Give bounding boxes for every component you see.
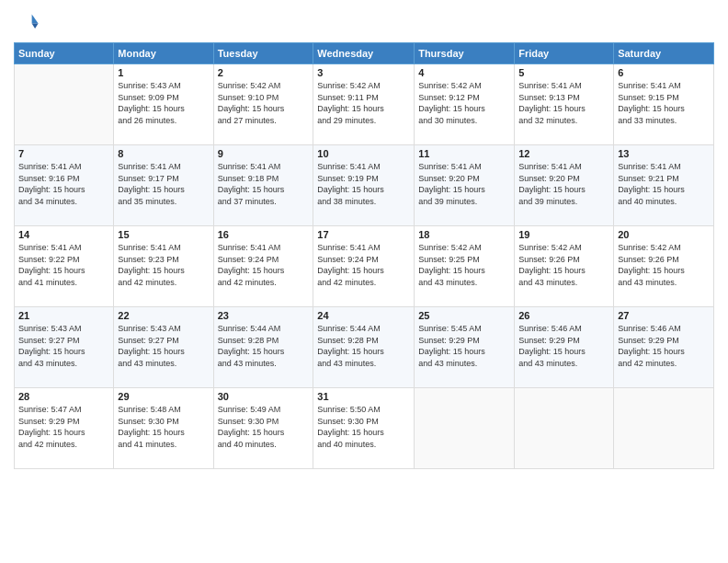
weekday-header: Wednesday [313,43,415,64]
day-info: Sunrise: 5:43 AM Sunset: 9:27 PM Dayligh… [18,323,109,369]
calendar-cell [15,64,114,145]
day-number: 4 [418,67,510,78]
header [14,9,714,35]
svg-marker-1 [32,23,39,29]
calendar-cell: 11Sunrise: 5:41 AM Sunset: 9:20 PM Dayli… [415,145,515,226]
day-number: 11 [418,148,510,159]
calendar-cell: 24Sunrise: 5:44 AM Sunset: 9:28 PM Dayli… [313,307,415,388]
day-info: Sunrise: 5:41 AM Sunset: 9:18 PM Dayligh… [218,161,310,207]
day-number: 31 [317,391,410,402]
day-number: 23 [218,310,310,321]
day-info: Sunrise: 5:41 AM Sunset: 9:15 PM Dayligh… [618,80,710,126]
day-info: Sunrise: 5:48 AM Sunset: 9:30 PM Dayligh… [118,404,209,450]
calendar-cell: 2Sunrise: 5:42 AM Sunset: 9:10 PM Daylig… [213,64,313,145]
calendar-cell: 8Sunrise: 5:41 AM Sunset: 9:17 PM Daylig… [114,145,213,226]
day-number: 13 [618,148,710,159]
day-info: Sunrise: 5:41 AM Sunset: 9:20 PM Dayligh… [418,161,510,207]
page: SundayMondayTuesdayWednesdayThursdayFrid… [0,0,728,563]
calendar-cell: 12Sunrise: 5:41 AM Sunset: 9:20 PM Dayli… [515,145,614,226]
day-number: 19 [518,229,609,240]
day-number: 7 [18,148,109,159]
calendar-cell: 25Sunrise: 5:45 AM Sunset: 9:29 PM Dayli… [415,307,515,388]
calendar-week-row: 1Sunrise: 5:43 AM Sunset: 9:09 PM Daylig… [15,64,714,145]
day-number: 22 [118,310,209,321]
day-number: 24 [317,310,410,321]
calendar-cell: 5Sunrise: 5:41 AM Sunset: 9:13 PM Daylig… [515,64,614,145]
weekday-header: Monday [114,43,213,64]
day-info: Sunrise: 5:45 AM Sunset: 9:29 PM Dayligh… [418,323,510,369]
calendar-cell: 6Sunrise: 5:41 AM Sunset: 9:15 PM Daylig… [614,64,714,145]
day-number: 25 [418,310,510,321]
day-number: 17 [317,229,410,240]
day-number: 20 [618,229,710,240]
day-number: 9 [218,148,310,159]
day-number: 14 [18,229,109,240]
calendar-cell: 18Sunrise: 5:42 AM Sunset: 9:25 PM Dayli… [415,226,515,307]
calendar-cell: 21Sunrise: 5:43 AM Sunset: 9:27 PM Dayli… [15,307,114,388]
calendar-cell: 30Sunrise: 5:49 AM Sunset: 9:30 PM Dayli… [213,388,313,469]
calendar-cell: 14Sunrise: 5:41 AM Sunset: 9:22 PM Dayli… [15,226,114,307]
day-info: Sunrise: 5:44 AM Sunset: 9:28 PM Dayligh… [218,323,310,369]
weekday-header: Thursday [415,43,515,64]
day-number: 18 [418,229,510,240]
calendar-week-row: 14Sunrise: 5:41 AM Sunset: 9:22 PM Dayli… [15,226,714,307]
day-number: 28 [18,391,109,402]
calendar-cell: 3Sunrise: 5:42 AM Sunset: 9:11 PM Daylig… [313,64,415,145]
day-info: Sunrise: 5:43 AM Sunset: 9:27 PM Dayligh… [118,323,209,369]
day-info: Sunrise: 5:44 AM Sunset: 9:28 PM Dayligh… [317,323,410,369]
calendar-cell [614,388,714,469]
calendar-cell: 15Sunrise: 5:41 AM Sunset: 9:23 PM Dayli… [114,226,213,307]
day-info: Sunrise: 5:41 AM Sunset: 9:22 PM Dayligh… [18,242,109,288]
calendar-header-row: SundayMondayTuesdayWednesdayThursdayFrid… [15,43,714,64]
calendar-cell: 27Sunrise: 5:46 AM Sunset: 9:29 PM Dayli… [614,307,714,388]
calendar-cell: 31Sunrise: 5:50 AM Sunset: 9:30 PM Dayli… [313,388,415,469]
calendar-cell [515,388,614,469]
calendar-cell: 16Sunrise: 5:41 AM Sunset: 9:24 PM Dayli… [213,226,313,307]
day-info: Sunrise: 5:42 AM Sunset: 9:26 PM Dayligh… [518,242,609,288]
weekday-header: Tuesday [213,43,313,64]
day-number: 6 [618,67,710,78]
day-info: Sunrise: 5:46 AM Sunset: 9:29 PM Dayligh… [518,323,609,369]
weekday-header: Friday [515,43,614,64]
day-info: Sunrise: 5:43 AM Sunset: 9:09 PM Dayligh… [118,80,209,126]
calendar-cell: 19Sunrise: 5:42 AM Sunset: 9:26 PM Dayli… [515,226,614,307]
day-number: 16 [218,229,310,240]
day-number: 15 [118,229,209,240]
day-number: 5 [518,67,609,78]
calendar-week-row: 7Sunrise: 5:41 AM Sunset: 9:16 PM Daylig… [15,145,714,226]
day-number: 10 [317,148,410,159]
calendar-cell: 4Sunrise: 5:42 AM Sunset: 9:12 PM Daylig… [415,64,515,145]
calendar-cell: 7Sunrise: 5:41 AM Sunset: 9:16 PM Daylig… [15,145,114,226]
day-number: 2 [218,67,310,78]
day-info: Sunrise: 5:42 AM Sunset: 9:10 PM Dayligh… [218,80,310,126]
calendar-cell: 26Sunrise: 5:46 AM Sunset: 9:29 PM Dayli… [515,307,614,388]
day-info: Sunrise: 5:41 AM Sunset: 9:24 PM Dayligh… [218,242,310,288]
day-number: 26 [518,310,609,321]
logo [14,9,43,35]
weekday-header: Sunday [15,43,114,64]
day-number: 3 [317,67,410,78]
calendar-cell: 13Sunrise: 5:41 AM Sunset: 9:21 PM Dayli… [614,145,714,226]
day-info: Sunrise: 5:49 AM Sunset: 9:30 PM Dayligh… [218,404,310,450]
day-info: Sunrise: 5:41 AM Sunset: 9:16 PM Dayligh… [18,161,109,207]
day-number: 30 [218,391,310,402]
day-info: Sunrise: 5:42 AM Sunset: 9:25 PM Dayligh… [418,242,510,288]
day-info: Sunrise: 5:46 AM Sunset: 9:29 PM Dayligh… [618,323,710,369]
calendar-week-row: 21Sunrise: 5:43 AM Sunset: 9:27 PM Dayli… [15,307,714,388]
calendar-cell: 1Sunrise: 5:43 AM Sunset: 9:09 PM Daylig… [114,64,213,145]
day-number: 12 [518,148,609,159]
calendar-cell: 28Sunrise: 5:47 AM Sunset: 9:29 PM Dayli… [15,388,114,469]
calendar-cell: 22Sunrise: 5:43 AM Sunset: 9:27 PM Dayli… [114,307,213,388]
day-info: Sunrise: 5:41 AM Sunset: 9:24 PM Dayligh… [317,242,410,288]
day-info: Sunrise: 5:41 AM Sunset: 9:21 PM Dayligh… [618,161,710,207]
calendar-week-row: 28Sunrise: 5:47 AM Sunset: 9:29 PM Dayli… [15,388,714,469]
day-info: Sunrise: 5:50 AM Sunset: 9:30 PM Dayligh… [317,404,410,450]
day-number: 21 [18,310,109,321]
day-info: Sunrise: 5:41 AM Sunset: 9:17 PM Dayligh… [118,161,209,207]
weekday-header: Saturday [614,43,714,64]
day-number: 8 [118,148,209,159]
calendar-cell [415,388,515,469]
logo-icon [14,9,40,35]
day-info: Sunrise: 5:47 AM Sunset: 9:29 PM Dayligh… [18,404,109,450]
day-info: Sunrise: 5:41 AM Sunset: 9:23 PM Dayligh… [118,242,209,288]
